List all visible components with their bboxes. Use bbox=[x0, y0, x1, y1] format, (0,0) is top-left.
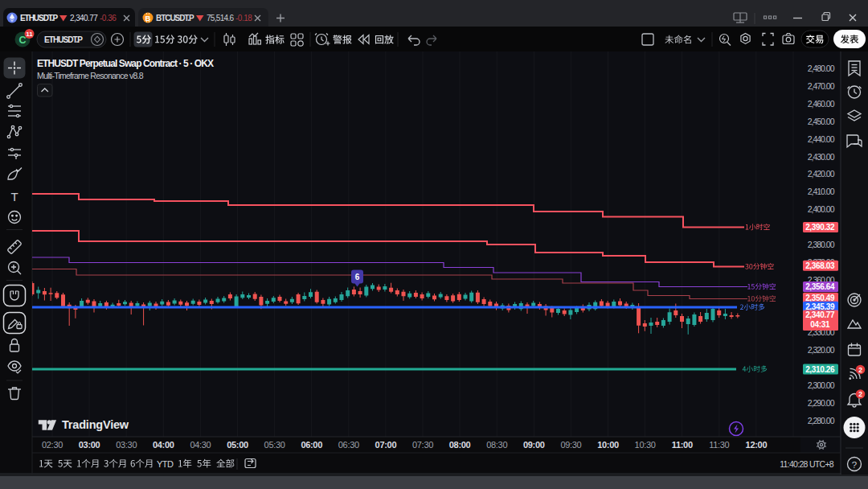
svg-text:ETHUSDT.P: ETHUSDT.P bbox=[44, 35, 83, 44]
svg-text:2,400.00: 2,400.00 bbox=[808, 204, 835, 214]
svg-text:03:00: 03:00 bbox=[79, 440, 100, 450]
svg-text:2,340.77: 2,340.77 bbox=[805, 310, 835, 319]
svg-text:2,410.00: 2,410.00 bbox=[808, 187, 835, 196]
svg-text:6: 6 bbox=[355, 273, 360, 281]
svg-text:2,300.00: 2,300.00 bbox=[808, 380, 835, 390]
svg-text:10:30: 10:30 bbox=[635, 440, 656, 450]
svg-text:05:00: 05:00 bbox=[227, 440, 248, 450]
svg-text:2,290.00: 2,290.00 bbox=[808, 398, 835, 408]
svg-text:Multi-Timeframe Resonance v8.8: Multi-Timeframe Resonance v8.8 bbox=[37, 71, 144, 80]
svg-text:2: 2 bbox=[858, 390, 862, 398]
svg-text:2: 2 bbox=[858, 366, 862, 374]
svg-text:11:30: 11:30 bbox=[709, 440, 729, 450]
svg-text:2,390.32: 2,390.32 bbox=[805, 223, 835, 232]
svg-text:09:00: 09:00 bbox=[523, 440, 545, 450]
svg-text:06:30: 06:30 bbox=[338, 440, 359, 450]
svg-text:2,310.26: 2,310.26 bbox=[805, 365, 835, 374]
svg-text:2,350.49: 2,350.49 bbox=[805, 294, 835, 302]
svg-text:YTD: YTD bbox=[157, 459, 174, 469]
svg-text:08:00: 08:00 bbox=[449, 440, 471, 450]
svg-text:75,514.6: 75,514.6 bbox=[207, 14, 234, 23]
svg-text:2,356.64: 2,356.64 bbox=[805, 282, 835, 291]
svg-text:2,460.00: 2,460.00 bbox=[808, 99, 835, 109]
svg-text:-0.18: -0.18 bbox=[235, 14, 252, 23]
svg-text:04:00: 04:00 bbox=[153, 440, 174, 450]
svg-text:09:30: 09:30 bbox=[560, 440, 581, 450]
svg-text:12:00: 12:00 bbox=[746, 440, 768, 450]
svg-text:2,450.00: 2,450.00 bbox=[808, 117, 835, 126]
svg-text:04:30: 04:30 bbox=[190, 440, 211, 450]
svg-text:2,480.00: 2,480.00 bbox=[808, 64, 835, 73]
svg-text:2,470.00: 2,470.00 bbox=[808, 81, 835, 91]
svg-text:05:30: 05:30 bbox=[264, 440, 285, 450]
svg-text:BTCUSDT.P: BTCUSDT.P bbox=[156, 14, 194, 23]
svg-text:06:00: 06:00 bbox=[301, 440, 322, 450]
svg-text:2,380.00: 2,380.00 bbox=[808, 240, 835, 249]
svg-text:11: 11 bbox=[26, 31, 33, 38]
svg-text:ETHUSDT.P: ETHUSDT.P bbox=[20, 14, 58, 23]
svg-text:T: T bbox=[10, 190, 18, 203]
svg-text:11:00: 11:00 bbox=[672, 440, 693, 450]
svg-text:02:30: 02:30 bbox=[42, 440, 63, 450]
svg-text:10:00: 10:00 bbox=[597, 440, 619, 450]
svg-text:2,440.00: 2,440.00 bbox=[808, 134, 835, 144]
svg-text:11:40:28 UTC+8: 11:40:28 UTC+8 bbox=[780, 459, 834, 469]
svg-text:B: B bbox=[145, 14, 151, 23]
svg-text:03:30: 03:30 bbox=[116, 440, 137, 450]
svg-text:2,340.77: 2,340.77 bbox=[70, 14, 98, 23]
svg-text:ETHUSDT Perpetual Swap Contrac: ETHUSDT Perpetual Swap Contract · 5 · OK… bbox=[37, 58, 214, 69]
svg-text:2,320.00: 2,320.00 bbox=[808, 345, 835, 355]
svg-text:04:31: 04:31 bbox=[810, 320, 830, 329]
svg-text:07:30: 07:30 bbox=[412, 440, 433, 450]
svg-text:TradingView: TradingView bbox=[62, 418, 129, 431]
svg-text:07:00: 07:00 bbox=[375, 440, 397, 450]
svg-text:2,368.03: 2,368.03 bbox=[805, 261, 835, 270]
svg-text:2,280.00: 2,280.00 bbox=[808, 416, 835, 425]
svg-text:2,420.00: 2,420.00 bbox=[808, 169, 835, 179]
svg-text:-0.36: -0.36 bbox=[100, 14, 117, 23]
svg-text:08:30: 08:30 bbox=[486, 440, 507, 450]
svg-text:?: ? bbox=[852, 460, 857, 470]
svg-text:2,430.00: 2,430.00 bbox=[808, 152, 835, 162]
